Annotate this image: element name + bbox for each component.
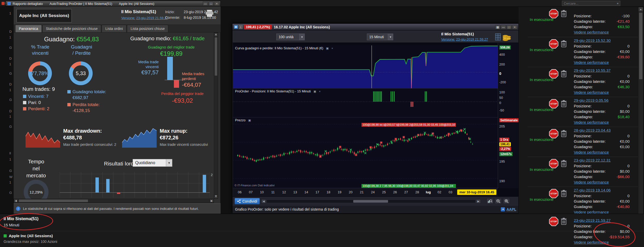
time-axis-label: 27 [404,190,408,194]
tab-lista-ordini[interactable]: Lista ordini [102,25,126,32]
red-app-icon[interactable] [2,2,5,5]
version-label[interactable]: Versione: [121,16,135,20]
close-icon[interactable]: × [331,47,333,50]
equity-panel[interactable]: Curva guadagni e perdite: Il Mio Sistema… [233,45,498,89]
tab-statistiche[interactable]: Statistiche delle posizioni chiuse [42,25,101,32]
system-row: In esecuzioneSTOP28-giu-2019 23.04.43Pos… [528,127,638,157]
zoom-fit-icon[interactable] [487,198,493,204]
stop-button[interactable]: STOP [549,69,558,78]
system-date-link[interactable]: 23-giu-2019 22.12.31 [574,158,611,162]
close-button[interactable]: × [512,25,517,29]
posizione-line: Posizione:0 [574,194,630,198]
close-icon[interactable]: × [319,90,320,93]
chart-window-titlebar[interactable]: i 199,41 (-2,27%) 16.17.02 Apple Inc (Al… [232,24,518,30]
vedere-performance-link[interactable]: Vedere performance [574,90,609,94]
stop-button[interactable]: STOP [549,9,558,18]
trash-icon[interactable] [560,70,567,77]
axis-tick: 50 [499,96,503,100]
trash-icon[interactable] [560,217,567,225]
report-vertical-scrollbar[interactable]: ▲ ▼ [214,33,218,199]
close-button[interactable]: × [214,2,219,6]
report-horizontal-scrollbar[interactable]: ◀ ▶ [14,199,214,203]
posizione-line: Posizione:-100 [574,14,630,18]
system-date-link[interactable]: 23-giu-2019 21.59.27 [574,218,611,222]
selected-instrument: Apple Inc (All Sessions) [9,234,53,238]
trash-icon[interactable] [560,160,567,167]
stop-button[interactable]: STOP [549,99,558,108]
stop-button[interactable]: STOP [549,159,558,168]
vedere-performance-link[interactable]: Vedere performance [574,30,609,34]
settings-icon[interactable]: ▣ [248,119,251,122]
positions-panel[interactable]: ProOrder - Posizioni: Il Mio Sistema(51)… [233,89,498,117]
background-text-fragment: G [9,46,12,50]
trash-icon[interactable] [560,100,567,107]
report-window-titlebar[interactable]: Rapporto dettagliato AutoTrading ProOrde… [6,1,221,6]
stop-button[interactable]: STOP [549,217,558,226]
time-axis-label: 28 [415,190,419,194]
system-date-link[interactable]: 29-giu-2019 10.55.37 [574,68,611,73]
axis-tick: 100 [499,90,505,94]
maximize-button[interactable]: □ [208,2,214,6]
status-running: In esecuzione [530,17,554,22]
time-axis-label: 02 [438,190,441,194]
popout-icon[interactable]: ▣ [313,90,316,93]
popout-icon[interactable]: ▣ [326,47,328,50]
tab-lista-posizioni[interactable]: Lista posizioni chiuse [127,25,168,32]
panel-vertical-scrollbar[interactable]: ▲ ▼ [638,7,643,244]
system-date-link[interactable]: 28-giu-2019 23.04.43 [574,128,611,132]
ratio-label: Guadagni/ Perdite [62,44,101,56]
system-date-link[interactable]: 27-giu-2019 19.14.06 [574,188,611,192]
version-link[interactable]: 23-giu-2019 21.59.27 [136,16,168,20]
status-running: In esecuzione [530,167,554,172]
ratio-value: 5,33 [76,70,86,76]
trash-icon[interactable] [560,130,567,137]
instrument-link-icon[interactable]: ➔ [501,207,505,211]
chart-window: i 199,41 (-2,27%) 16.17.02 Apple Inc (Al… [232,23,519,213]
vedere-performance-link[interactable]: Vedere performance [574,180,609,184]
system-date-link[interactable]: 29-giu-2019 15.52.30 [574,38,611,43]
info-icon[interactable]: i [239,25,243,29]
axis-tick: 12m57s [499,152,513,156]
zoom-out-icon[interactable] [495,198,502,204]
status-running: In esecuzione [530,107,554,112]
minimize-button[interactable]: — [203,2,208,6]
maximize-button[interactable]: □ [506,25,512,29]
trash-icon[interactable] [560,10,567,17]
tab-panoramica[interactable]: Panoramica [15,25,42,32]
camera-icon[interactable] [234,25,238,29]
axis-tick: 199,41 [499,142,511,146]
share-button[interactable]: Condividi [235,198,260,204]
scroll-left-button[interactable]: ◀ [261,199,266,203]
quantity-select[interactable]: 100 unità▼ [276,34,305,40]
trash-icon[interactable] [560,40,567,47]
period-select[interactable]: Quotidiano ▼ [133,159,172,167]
price-panel[interactable]: Prezzo ▣ 100@198,90 ini i@200,57 l@199,9… [233,117,498,188]
money-stack-icon[interactable] [495,31,511,42]
vedere-performance-link[interactable]: Vedere performance [574,150,609,154]
stop-button[interactable]: STOP [549,189,558,198]
stop-button[interactable]: STOP [549,129,558,138]
symbol-link[interactable]: AAPL [506,207,516,211]
instrument-tab[interactable]: Apple Inc (All Sessions) [17,9,72,22]
guadagno-line: Guadagno:$18,40 [574,115,630,119]
version-link[interactable]: 23-giu-2019 21.59.27 [456,37,488,41]
grid-icon[interactable]: ▦ [495,25,500,29]
stop-button[interactable]: STOP [549,39,558,49]
zoom-in-icon[interactable] [503,198,510,204]
scroll-right-button[interactable]: ▶ [476,199,481,203]
scrollbar-thumb[interactable] [353,200,388,203]
minimize-button[interactable]: — [501,25,506,29]
vedere-performance-link[interactable]: Vedere performance [574,210,609,214]
trash-icon[interactable] [560,189,567,197]
price-axis-column: 559,084002000-200100500-50Settimanale205… [498,43,518,188]
search-input[interactable] [562,2,615,5]
printer-icon[interactable] [205,10,214,17]
timeframe-select[interactable]: 15 Minuti▼ [367,34,393,40]
vedere-performance-link[interactable]: Vedere performance [574,60,609,65]
search-clear-icon[interactable]: × [615,2,620,5]
system-row: In esecuzioneSTOP29-giu-2019 10.55.37Pos… [528,67,638,97]
background-text-fragment: D [9,57,12,60]
system-date-link[interactable]: 29-giu-2019 0.05.56 [574,98,608,102]
vedere-performance-link[interactable]: Vedere performance [574,120,609,124]
chart-scrollbar[interactable] [267,200,476,203]
